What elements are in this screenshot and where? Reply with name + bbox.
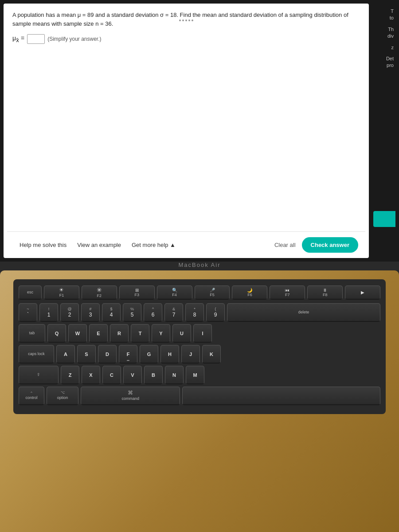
shift-row: ⇧ Z X C V B N M [19, 366, 380, 384]
bottom-toolbar: Help me solve this View an example Get m… [7, 231, 365, 258]
key-m[interactable]: M [186, 366, 204, 384]
answer-input[interactable] [27, 34, 45, 44]
side-text-2: Thdiv [387, 26, 394, 40]
key-b[interactable]: B [144, 366, 163, 384]
num-row: ~ ` ! 1 @ 2 # 3 $ 4 % 5 [19, 303, 380, 322]
key-esc[interactable]: esc [19, 286, 42, 300]
key-spacebar[interactable] [182, 387, 380, 405]
key-v[interactable]: V [123, 366, 142, 384]
key-u[interactable]: U [172, 324, 191, 343]
side-text-3: z [391, 44, 394, 51]
key-f1[interactable]: ☀ F1 [44, 286, 79, 300]
key-f8[interactable]: ⏸ F8 [307, 286, 343, 300]
modifier-row: ^ control ⌥ option ⌘ command [19, 387, 380, 405]
view-example-button[interactable]: View an example [72, 238, 126, 252]
key-3[interactable]: # 3 [81, 303, 100, 322]
key-delete[interactable]: delete [227, 303, 380, 322]
key-t[interactable]: T [131, 324, 149, 343]
key-f7[interactable]: ⏮ F7 [270, 286, 305, 300]
key-tab[interactable]: tab [19, 324, 45, 343]
key-w[interactable]: W [68, 324, 87, 343]
side-text-4: Detpro [386, 55, 394, 69]
key-j[interactable]: J [181, 345, 200, 364]
key-z[interactable]: Z [61, 366, 79, 384]
key-command[interactable]: ⌘ command [81, 387, 180, 405]
fn-row: esc ☀ F1 ✳ F2 ⊞ F3 🔍 F4 🎤 F5 [19, 286, 380, 300]
divider-dots [179, 20, 193, 21]
key-6[interactable]: ^ 6 [144, 303, 162, 322]
side-panel: Tto Thdiv z Detpro [369, 4, 395, 258]
key-f6[interactable]: 🌙 F6 [232, 286, 267, 300]
key-c[interactable]: C [102, 366, 121, 384]
key-2[interactable]: @ 2 [60, 303, 79, 322]
key-1[interactable]: ! 1 [39, 303, 58, 322]
tab-row: tab Q W E R T Y U I [19, 324, 380, 343]
screen-area: A population has a mean μ = 89 and a sta… [0, 0, 399, 262]
key-n[interactable]: N [165, 366, 184, 384]
key-control[interactable]: ^ control [19, 387, 44, 405]
check-answer-button[interactable]: Check answer [302, 237, 358, 253]
key-shift-left[interactable]: ⇧ [19, 366, 59, 384]
key-f4[interactable]: 🔍 F4 [157, 286, 192, 300]
key-q[interactable]: Q [47, 324, 66, 343]
key-9[interactable]: ( 9 [206, 303, 225, 322]
key-f3[interactable]: ⊞ F3 [119, 286, 155, 300]
key-x[interactable]: X [82, 366, 100, 384]
key-d[interactable]: D [98, 345, 117, 364]
key-f2[interactable]: ✳ F2 [82, 286, 117, 300]
caps-row: caps lock A S D F G H J [19, 345, 380, 364]
key-y[interactable]: Y [152, 324, 170, 343]
key-caps-lock[interactable]: caps lock [19, 345, 54, 364]
keyboard-area: esc ☀ F1 ✳ F2 ⊞ F3 🔍 F4 🎤 F5 [0, 270, 399, 532]
teal-button[interactable] [373, 211, 395, 227]
mu-label: μx̄ = [12, 35, 24, 43]
key-s[interactable]: S [77, 345, 96, 364]
key-backtick[interactable]: ~ ` [19, 303, 37, 322]
key-k[interactable]: K [202, 345, 221, 364]
key-f5[interactable]: 🎤 F5 [195, 286, 230, 300]
key-4[interactable]: $ 4 [102, 303, 121, 322]
key-8[interactable]: * 8 [185, 303, 204, 322]
get-more-help-button[interactable]: Get more help ▲ [126, 238, 181, 252]
key-h[interactable]: H [160, 345, 179, 364]
keyboard-bezel: esc ☀ F1 ✳ F2 ⊞ F3 🔍 F4 🎤 F5 [13, 279, 386, 414]
answer-line: μx̄ = (Simplify your answer.) [12, 34, 360, 44]
main-panel: A population has a mean μ = 89 and a sta… [4, 4, 369, 258]
key-a[interactable]: A [56, 345, 75, 364]
macbook-label: MacBook Air [179, 262, 221, 268]
key-7[interactable]: & 7 [164, 303, 183, 322]
key-5[interactable]: % 5 [123, 303, 141, 322]
key-e[interactable]: E [89, 324, 108, 343]
key-r[interactable]: R [110, 324, 129, 343]
help-me-solve-button[interactable]: Help me solve this [14, 238, 72, 252]
clear-all-button[interactable]: Clear all [268, 238, 302, 252]
side-text-1: Tto [390, 8, 394, 22]
key-i[interactable]: I [193, 324, 212, 343]
key-g[interactable]: G [140, 345, 158, 364]
key-f[interactable]: F [119, 345, 137, 364]
simplify-label: (Simplify your answer.) [47, 36, 101, 42]
key-f9[interactable]: ▶ [345, 286, 380, 300]
key-option[interactable]: ⌥ option [47, 387, 78, 405]
